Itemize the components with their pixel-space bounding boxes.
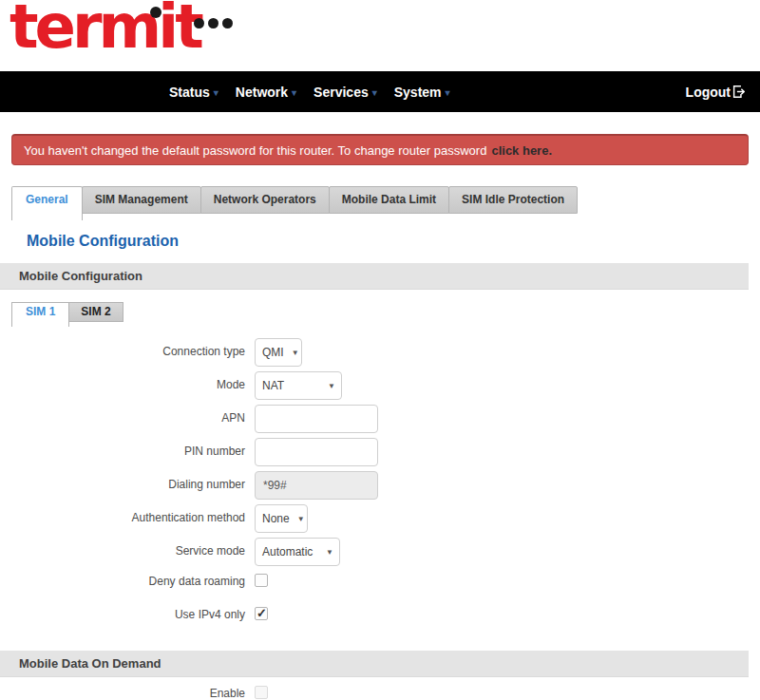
- nav-item-services[interactable]: Services ▾: [314, 85, 377, 100]
- enable-label: Enable: [0, 683, 245, 700]
- section-header-mobile-configuration: Mobile Configuration: [0, 263, 749, 290]
- field-use-ipv4-only: Use IPv4 only: [0, 604, 760, 637]
- logo-trailing-dots-icon: [194, 18, 233, 28]
- logout-button[interactable]: Logout: [686, 85, 745, 100]
- page-title: Mobile Configuration: [27, 233, 760, 250]
- authentication-method-label: Authentication method: [0, 504, 245, 531]
- apn-label: APN: [0, 405, 245, 431]
- tab-mobile-data-limit[interactable]: Mobile Data Limit: [329, 186, 449, 214]
- authentication-method-select[interactable]: None ▼: [255, 504, 308, 533]
- mobile-data-on-demand-form: Enable: [0, 683, 760, 700]
- nav-items: Status ▾ Network ▾ Services ▾ System ▾: [169, 85, 450, 100]
- enable-checkbox[interactable]: [255, 686, 268, 699]
- connection-type-value: QMI: [262, 346, 284, 359]
- tab-network-operators[interactable]: Network Operators: [200, 186, 330, 214]
- field-authentication-method: Authentication method None ▼: [0, 504, 760, 538]
- mode-value: NAT: [262, 379, 320, 392]
- mobile-configuration-form: Connection type QMI ▼ Mode NAT ▼ APN PIN…: [0, 338, 760, 637]
- pin-input[interactable]: [255, 438, 378, 466]
- deny-data-roaming-checkbox[interactable]: [255, 574, 268, 587]
- service-mode-value: Automatic: [262, 545, 318, 558]
- logout-icon: [732, 85, 745, 98]
- nav-item-network[interactable]: Network ▾: [236, 85, 296, 100]
- tab-sim2[interactable]: SIM 2: [68, 302, 123, 322]
- field-pin: PIN number: [0, 438, 760, 471]
- nav-item-label: System: [394, 85, 442, 100]
- logo-i-dot: [150, 7, 162, 18]
- dialing-number-label: Dialing number: [0, 471, 245, 498]
- header: termit: [0, 0, 760, 71]
- alert-text: You haven't changed the default password…: [24, 143, 486, 158]
- chevron-down-icon: ▾: [292, 88, 296, 98]
- deny-data-roaming-label: Deny data roaming: [0, 571, 245, 589]
- section-header-mobile-data-on-demand: Mobile Data On Demand: [0, 651, 749, 677]
- apn-input[interactable]: [255, 405, 378, 433]
- pin-label: PIN number: [0, 438, 245, 464]
- tab-sim1[interactable]: SIM 1: [11, 302, 69, 327]
- select-caret-icon: ▼: [292, 349, 299, 357]
- chevron-down-icon: ▾: [214, 88, 218, 98]
- tab-sim-idle-protection[interactable]: SIM Idle Protection: [448, 186, 578, 214]
- field-mode: Mode NAT ▼: [0, 371, 760, 405]
- main-nav: Status ▾ Network ▾ Services ▾ System ▾ L…: [0, 71, 760, 112]
- authentication-method-value: None: [262, 512, 290, 525]
- logout-label: Logout: [686, 85, 731, 100]
- use-ipv4-only-label: Use IPv4 only: [0, 604, 245, 622]
- select-caret-icon: ▼: [297, 515, 305, 523]
- field-enable: Enable: [0, 683, 760, 700]
- nav-item-status[interactable]: Status ▾: [169, 85, 218, 100]
- tab-general[interactable]: General: [11, 186, 83, 220]
- service-mode-label: Service mode: [0, 538, 245, 564]
- tab-sim-management[interactable]: SIM Management: [82, 186, 201, 214]
- logo-text: termit: [10, 0, 200, 62]
- select-caret-icon: ▼: [328, 382, 335, 390]
- service-mode-select[interactable]: Automatic ▼: [255, 538, 340, 566]
- nav-item-system[interactable]: System ▾: [394, 85, 450, 100]
- dialing-number-input: [255, 471, 378, 500]
- field-service-mode: Service mode Automatic ▼: [0, 538, 760, 571]
- nav-item-label: Status: [169, 85, 210, 100]
- field-deny-data-roaming: Deny data roaming: [0, 571, 760, 604]
- nav-item-label: Network: [236, 85, 288, 100]
- chevron-down-icon: ▾: [446, 88, 450, 98]
- field-apn: APN: [0, 405, 760, 438]
- connection-type-label: Connection type: [0, 338, 245, 365]
- chevron-down-icon: ▾: [372, 88, 377, 98]
- use-ipv4-only-checkbox[interactable]: [255, 607, 268, 620]
- main-tabs: General SIM Management Network Operators…: [11, 186, 760, 220]
- password-alert: You haven't changed the default password…: [11, 134, 749, 165]
- connection-type-select[interactable]: QMI ▼: [255, 338, 302, 367]
- mode-label: Mode: [0, 371, 245, 398]
- mode-select[interactable]: NAT ▼: [255, 371, 342, 400]
- field-dialing-number: Dialing number: [0, 471, 760, 504]
- field-connection-type: Connection type QMI ▼: [0, 338, 760, 371]
- nav-item-label: Services: [314, 85, 369, 100]
- change-password-link[interactable]: click here.: [491, 143, 552, 158]
- sim-tabs: SIM 1 SIM 2: [11, 302, 760, 327]
- select-caret-icon: ▼: [326, 548, 333, 557]
